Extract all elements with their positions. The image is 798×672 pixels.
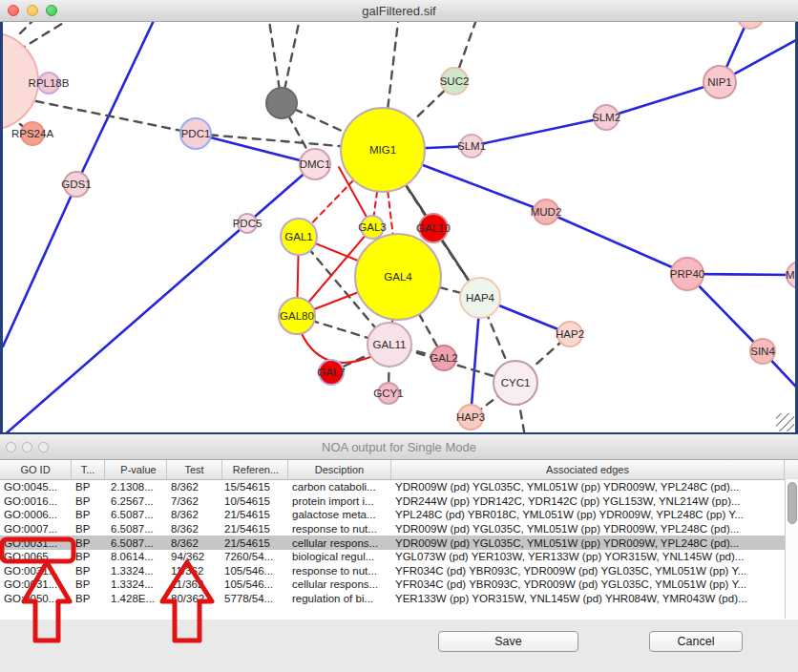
network-node-MUD2[interactable]: MUD2 — [533, 199, 559, 225]
zoom-button[interactable] — [46, 5, 57, 16]
node-label: MUD2 — [531, 206, 562, 218]
table-row[interactable]: GO:0007...BP6.5087...8/36221/54615respon… — [0, 522, 798, 536]
node-label: GAL3 — [358, 221, 386, 233]
table-row[interactable]: GO:0006...BP6.5087...8/36221/54615galact… — [0, 508, 798, 522]
table-cell: 1.3324... — [105, 578, 167, 590]
table-cell: 1.3324... — [105, 565, 167, 577]
network-node-MIG1[interactable]: MIG1 — [340, 107, 426, 193]
network-node-GAL11[interactable]: GAL11 — [367, 322, 412, 368]
network-node-HAP3[interactable]: HAP3 — [457, 404, 484, 430]
network-canvas[interactable]: RPL18BRPS24AGDS1PDC1MIG1SUC2SLM1DMC1SLM2… — [0, 22, 798, 435]
table-cell: YPL248C (pd) YBR018C, YML051W (pp) YDR00… — [391, 509, 785, 520]
table-row[interactable]: GO:0016...BP6.2567...7/36210/54615protei… — [0, 494, 798, 509]
table-cell: 11/362 — [167, 565, 222, 577]
table-cell: YDR009W (pd) YGL035C, YML051W (pp) YDR00… — [391, 537, 785, 549]
node-label: SLM1 — [457, 140, 486, 152]
table-cell: BP — [72, 523, 105, 535]
network-node-RPL18B[interactable]: RPL18B — [37, 72, 60, 94]
zoom-button[interactable] — [38, 442, 49, 452]
table-cell: 5778/54... — [222, 593, 288, 604]
column-header-2[interactable]: P-value — [105, 460, 167, 479]
table-row[interactable]: GO:0031...BP1.3324...11/362105/546...res… — [0, 564, 798, 578]
network-node-GAL10[interactable]: GAL10 — [418, 213, 449, 243]
table-cell: protein import i... — [288, 495, 391, 507]
network-node-SLM2[interactable]: SLM2 — [593, 104, 620, 131]
vertical-scrollbar[interactable] — [785, 479, 798, 619]
table-cell: 80/362 — [167, 593, 222, 604]
column-header-0[interactable]: GO ID — [0, 460, 72, 479]
network-edge[interactable] — [3, 184, 76, 346]
network-node-RPS24A[interactable]: RPS24A — [20, 121, 45, 146]
table-cell: YFR034C (pd) YBR093C, YDR009W (pd) YGL03… — [391, 565, 785, 577]
network-node-GDS1[interactable]: GDS1 — [63, 171, 90, 198]
network-edge[interactable] — [3, 164, 315, 432]
close-button[interactable] — [6, 442, 16, 452]
network-node-CYC1[interactable]: CYC1 — [493, 360, 538, 406]
network-edge[interactable] — [18, 22, 77, 51]
table-cell: cellular respons... — [288, 578, 391, 590]
table-row-selected[interactable]: GO:0031...BP6.5087...8/36221/54615cellul… — [0, 536, 798, 550]
network-node-GAL80[interactable]: GAL80 — [278, 297, 316, 335]
column-header-4[interactable]: Referen... — [222, 460, 288, 479]
network-edge[interactable] — [76, 22, 158, 184]
table-cell: 2.1308... — [105, 481, 167, 493]
resize-grip[interactable] — [776, 413, 794, 431]
noa-window-titlebar[interactable]: NOA output for Single Mode — [0, 434, 798, 460]
table-row[interactable]: GO:0045...BP2.1308...8/36215/54615carbon… — [0, 480, 798, 494]
network-edge[interactable] — [20, 22, 39, 33]
node-label: PRP40 — [670, 268, 704, 280]
network-edge[interactable] — [22, 98, 196, 134]
cancel-button[interactable]: Cancel — [649, 631, 743, 652]
network-node-SLM1[interactable]: SLM1 — [459, 134, 484, 158]
table-cell: GO:0016... — [0, 495, 72, 507]
network-node-PDC5[interactable]: PDC5 — [237, 213, 258, 234]
column-header-6[interactable]: Associated edges — [391, 460, 785, 479]
node-label: CYC1 — [501, 377, 531, 388]
node-label: SUC2 — [440, 75, 470, 87]
node-label: DMC1 — [300, 158, 331, 170]
node-label: SLM2 — [592, 112, 620, 123]
column-header-5[interactable]: Desciption — [288, 460, 391, 479]
network-node-DMC1[interactable]: DMC1 — [299, 148, 331, 180]
network-node-SIN4[interactable]: SIN4 — [749, 338, 776, 365]
table-cell: 6.5087... — [105, 537, 167, 549]
network-edge[interactable] — [546, 212, 687, 274]
network-node-HAP2[interactable]: HAP2 — [556, 321, 583, 347]
table-row[interactable]: GO:0050...BP1.428E...80/3625778/54...reg… — [0, 592, 798, 606]
column-header-3[interactable]: Test — [167, 460, 222, 479]
network-node-GAL2[interactable]: GAL2 — [430, 345, 457, 371]
node-label: GAL10 — [416, 222, 451, 234]
scrollbar-thumb[interactable] — [788, 482, 797, 524]
network-window-titlebar[interactable]: galFiltered.sif — [0, 0, 798, 22]
network-node-GAL4[interactable]: GAL4 — [354, 233, 442, 321]
noa-window-title: NOA output for Single Mode — [322, 440, 476, 454]
table-row[interactable]: GO:0031...BP1.3324...11/362105/546...cel… — [0, 578, 798, 592]
close-button[interactable] — [8, 5, 19, 16]
network-node-PDC1[interactable]: PDC1 — [179, 117, 212, 150]
table-cell: 7/362 — [167, 495, 222, 507]
table-cell: GO:0031... — [0, 537, 72, 549]
table-cell: GO:0006... — [0, 509, 72, 520]
network-node-GAL1[interactable]: GAL1 — [280, 218, 318, 256]
minimize-button[interactable] — [27, 5, 38, 16]
network-node-unnamed-gray[interactable] — [265, 87, 298, 119]
network-edge[interactable] — [472, 117, 606, 146]
save-button[interactable]: Save — [438, 631, 578, 652]
network-node-NIP1[interactable]: NIP1 — [703, 65, 737, 99]
network-node-GCY1[interactable]: GCY1 — [377, 382, 400, 405]
column-header-1[interactable]: T... — [72, 460, 105, 479]
table-row[interactable]: GO:0065...BP8.0614...94/3627260/54...bio… — [0, 550, 798, 564]
minimize-button[interactable] — [22, 442, 32, 452]
network-node-PRP40[interactable]: PRP40 — [670, 257, 704, 291]
network-node-HAP4[interactable]: HAP4 — [459, 277, 501, 319]
network-edges-layer — [3, 22, 795, 432]
node-label: GCY1 — [373, 388, 403, 399]
table-cell: BP — [72, 537, 105, 549]
node-label: MIG1 — [369, 144, 396, 156]
table-cell: response to nut... — [288, 565, 391, 577]
network-window-title: galFiltered.sif — [362, 4, 435, 18]
table-cell: 7260/54... — [222, 551, 288, 562]
network-node-GAL7[interactable]: GAL7 — [318, 359, 345, 386]
table-cell: BP — [72, 495, 105, 507]
network-node-SUC2[interactable]: SUC2 — [440, 67, 469, 95]
